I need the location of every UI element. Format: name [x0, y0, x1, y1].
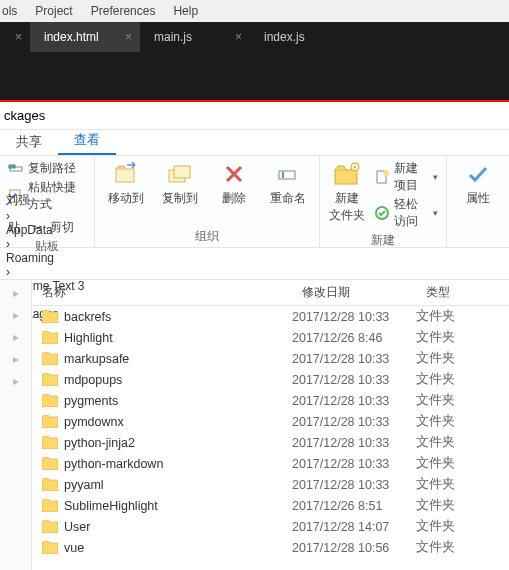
ribbon-tabs: 共享 查看 — [0, 130, 509, 156]
svg-rect-5 — [174, 166, 190, 178]
chevron-down-icon: ▾ — [433, 208, 438, 218]
chevron-right-icon[interactable]: ▸ — [13, 308, 19, 322]
copy-path-button[interactable]: 复制路径 — [8, 160, 86, 177]
folder-icon — [42, 436, 58, 449]
file-name: vue — [64, 541, 84, 555]
file-modified: 2017/12/28 10:33 — [292, 310, 416, 324]
editor-menubar: ols Project Preferences Help — [0, 0, 509, 22]
copy-icon — [166, 160, 194, 188]
svg-rect-6 — [279, 171, 295, 179]
table-row[interactable]: mdpopups2017/12/28 10:33文件夹 — [32, 369, 509, 390]
chevron-right-icon: › — [6, 209, 10, 223]
svg-rect-3 — [116, 169, 134, 182]
table-row[interactable]: markupsafe2017/12/28 10:33文件夹 — [32, 348, 509, 369]
file-name: pyyaml — [64, 478, 104, 492]
file-type: 文件夹 — [416, 329, 486, 346]
breadcrumb-segment[interactable]: 刘强 — [6, 192, 85, 209]
file-name: backrefs — [64, 310, 111, 324]
file-name: pygments — [64, 394, 118, 408]
svg-point-12 — [383, 170, 389, 176]
column-headers: 名称 修改日期 类型 — [32, 280, 509, 306]
rename-button[interactable]: 重命名 — [265, 160, 311, 207]
group-label: 新建 — [328, 230, 438, 249]
table-row[interactable]: python-markdown2017/12/28 10:33文件夹 — [32, 453, 509, 474]
close-icon[interactable]: × — [125, 30, 132, 44]
table-row[interactable]: vue2017/12/28 10:56文件夹 — [32, 537, 509, 558]
window-title: ckages — [4, 108, 45, 123]
editor-tab-stub[interactable]: × — [0, 22, 30, 52]
easy-access-button[interactable]: 轻松访问 ▾ — [374, 196, 438, 230]
file-modified: 2017/12/28 10:33 — [292, 478, 416, 492]
file-name: User — [64, 520, 90, 534]
file-type: 文件夹 — [416, 518, 486, 535]
table-row[interactable]: SublimeHighlight2017/12/26 8:51文件夹 — [32, 495, 509, 516]
ribbon-tab-share[interactable]: 共享 — [0, 129, 58, 155]
file-type: 文件夹 — [416, 413, 486, 430]
folder-icon — [42, 394, 58, 407]
col-modified[interactable]: 修改日期 — [292, 284, 416, 301]
editor-tab[interactable]: main.js × — [140, 22, 250, 52]
svg-rect-7 — [282, 172, 284, 178]
move-icon — [112, 160, 140, 188]
table-row[interactable]: pyyaml2017/12/28 10:33文件夹 — [32, 474, 509, 495]
col-name[interactable]: 名称 — [32, 284, 292, 301]
breadcrumb-segment[interactable]: AppData — [6, 223, 85, 237]
table-row[interactable]: Highlight2017/12/26 8:46文件夹 — [32, 327, 509, 348]
folder-icon — [42, 520, 58, 533]
new-folder-button[interactable]: ✶ 新建 文件夹 — [328, 160, 366, 224]
new-item-icon — [374, 169, 390, 185]
table-row[interactable]: User2017/12/28 14:07文件夹 — [32, 516, 509, 537]
close-icon[interactable]: × — [15, 30, 22, 44]
chevron-right-icon[interactable]: ▸ — [13, 286, 19, 300]
menu-item[interactable]: Project — [35, 4, 72, 18]
table-row[interactable]: pymdownx2017/12/28 10:33文件夹 — [32, 411, 509, 432]
chevron-right-icon[interactable]: ▸ — [13, 330, 19, 344]
ribbon-tab-view[interactable]: 查看 — [58, 127, 116, 155]
file-type: 文件夹 — [416, 392, 486, 409]
file-type: 文件夹 — [416, 434, 486, 451]
ribbon-group-properties: 属性 — [447, 156, 509, 247]
copy-to-button[interactable]: 复制到 — [157, 160, 203, 207]
table-row[interactable]: python-jinja22017/12/28 10:33文件夹 — [32, 432, 509, 453]
file-modified: 2017/12/28 10:33 — [292, 373, 416, 387]
breadcrumb-segment[interactable]: Roaming — [6, 251, 85, 265]
menu-item[interactable]: ols — [2, 4, 17, 18]
menu-item[interactable]: Help — [173, 4, 198, 18]
file-type: 文件夹 — [416, 476, 486, 493]
file-name: python-markdown — [64, 457, 163, 471]
folder-icon — [42, 541, 58, 554]
editor-tab[interactable]: index.js — [250, 22, 360, 52]
group-label: 组织 — [103, 226, 311, 245]
file-type: 文件夹 — [416, 371, 486, 388]
properties-button[interactable]: 属性 — [455, 160, 501, 207]
chevron-right-icon: › — [6, 237, 10, 251]
rename-icon — [274, 160, 302, 188]
folder-icon — [42, 499, 58, 512]
close-icon[interactable]: × — [235, 30, 242, 44]
file-type: 文件夹 — [416, 455, 486, 472]
editor-tab[interactable]: index.html × — [30, 22, 140, 52]
menu-item[interactable]: Preferences — [91, 4, 156, 18]
delete-button[interactable]: 删除 — [211, 160, 257, 207]
chevron-right-icon[interactable]: ▸ — [13, 374, 19, 388]
folder-icon — [42, 478, 58, 491]
move-to-button[interactable]: 移动到 — [103, 160, 149, 207]
nav-pane[interactable]: ▸ ▸ ▸ ▸ ▸ — [0, 280, 32, 570]
file-modified: 2017/12/26 8:51 — [292, 499, 416, 513]
chevron-right-icon[interactable]: ▸ — [13, 352, 19, 366]
col-type[interactable]: 类型 — [416, 284, 486, 301]
tab-label: index.html — [44, 30, 99, 44]
file-type: 文件夹 — [416, 350, 486, 367]
svg-rect-8 — [335, 170, 357, 184]
folder-icon — [42, 331, 58, 344]
table-row[interactable]: backrefs2017/12/28 10:33文件夹 — [32, 306, 509, 327]
tab-label: index.js — [264, 30, 305, 44]
new-item-button[interactable]: 新建项目 ▾ — [374, 160, 438, 194]
file-name: markupsafe — [64, 352, 129, 366]
svg-text:✶: ✶ — [352, 164, 358, 171]
folder-icon — [42, 415, 58, 428]
delete-icon — [220, 160, 248, 188]
table-row[interactable]: pygments2017/12/28 10:33文件夹 — [32, 390, 509, 411]
explorer-titlebar: ckages — [0, 102, 509, 130]
breadcrumb[interactable]: 刘强›AppData›Roaming›Sublime Text 3›Packag… — [0, 248, 509, 280]
